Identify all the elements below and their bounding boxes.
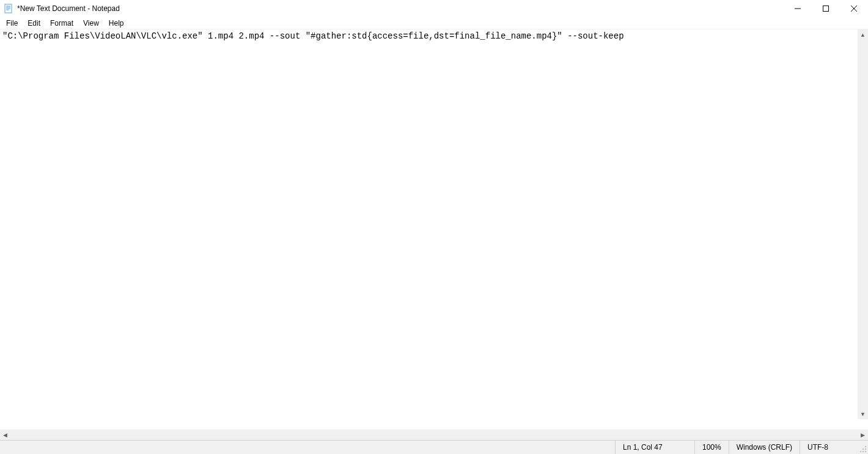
close-icon xyxy=(851,4,857,13)
text-editor[interactable] xyxy=(0,29,868,430)
maximize-button[interactable] xyxy=(812,0,840,17)
horizontal-scrollbar[interactable]: ◀ ▶ xyxy=(0,430,868,440)
maximize-icon xyxy=(823,4,829,13)
close-button[interactable] xyxy=(840,0,868,17)
scroll-left-icon[interactable]: ◀ xyxy=(0,430,10,440)
menubar: File Edit Format View Help xyxy=(0,17,868,29)
titlebar-left: *New Text Document - Notepad xyxy=(4,4,120,13)
titlebar: *New Text Document - Notepad xyxy=(0,0,868,17)
svg-point-14 xyxy=(860,451,861,452)
status-line-ending: Windows (CRLF) xyxy=(729,441,800,454)
minimize-icon xyxy=(795,4,801,13)
svg-point-11 xyxy=(862,448,864,450)
editor-wrapper: ▲ ▼ xyxy=(0,29,868,430)
menu-file[interactable]: File xyxy=(1,18,23,29)
svg-point-12 xyxy=(865,451,866,452)
vertical-scrollbar[interactable]: ▲ ▼ xyxy=(858,29,868,419)
status-zoom: 100% xyxy=(694,441,729,454)
scroll-down-icon[interactable]: ▼ xyxy=(858,409,868,419)
resize-grip[interactable] xyxy=(858,441,868,454)
window-controls xyxy=(784,0,868,17)
svg-point-10 xyxy=(865,448,866,450)
minimize-button[interactable] xyxy=(784,0,812,17)
status-encoding: UTF-8 xyxy=(800,441,858,454)
svg-rect-6 xyxy=(823,6,829,11)
notepad-app-icon xyxy=(4,4,13,13)
menu-help[interactable]: Help xyxy=(104,18,129,29)
menu-format[interactable]: Format xyxy=(45,18,78,29)
statusbar: Ln 1, Col 47 100% Windows (CRLF) UTF-8 xyxy=(0,440,868,454)
svg-point-9 xyxy=(865,446,866,447)
menu-edit[interactable]: Edit xyxy=(23,18,45,29)
menu-view[interactable]: View xyxy=(78,18,104,29)
window-title: *New Text Document - Notepad xyxy=(17,4,120,13)
scroll-up-icon[interactable]: ▲ xyxy=(858,29,868,40)
status-cursor-position: Ln 1, Col 47 xyxy=(615,441,694,454)
scroll-right-icon[interactable]: ▶ xyxy=(858,430,868,440)
svg-point-13 xyxy=(862,451,864,452)
